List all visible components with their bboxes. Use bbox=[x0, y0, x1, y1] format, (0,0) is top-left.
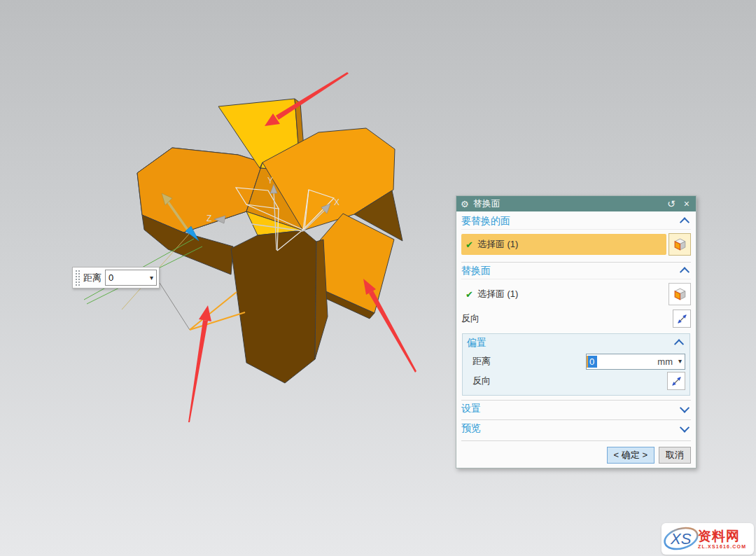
reverse-direction-button[interactable] bbox=[673, 310, 691, 328]
reset-icon[interactable]: ↺ bbox=[665, 199, 678, 209]
cancel-button[interactable]: 取消 bbox=[659, 447, 691, 464]
section-preview-header[interactable]: 预览 bbox=[461, 419, 691, 436]
gear-icon: ⚙ bbox=[461, 200, 469, 209]
model-face-left-arm-top[interactable] bbox=[137, 148, 262, 232]
z-axis-label: Z bbox=[206, 214, 211, 223]
ok-button[interactable]: < 确定 > bbox=[607, 447, 654, 464]
distance-input[interactable]: 0 mm ▾ bbox=[586, 354, 685, 370]
check-icon: ✔ bbox=[465, 289, 473, 300]
offset-header[interactable]: 偏置 bbox=[467, 334, 685, 352]
offset-reverse-row: 反向 bbox=[467, 371, 685, 391]
reverse-direction-button[interactable] bbox=[667, 372, 685, 390]
select-face-label: 选择面 (1) bbox=[477, 288, 519, 300]
select-face-row-active[interactable]: ✔ 选择面 (1) bbox=[461, 234, 666, 255]
reverse-label: 反向 bbox=[472, 375, 491, 387]
replace-face-dialog[interactable]: ⚙ 替换面 ↺ × 要替换的面 ✔ 选择面 (1) bbox=[456, 195, 696, 468]
face-filter-button[interactable] bbox=[668, 233, 691, 256]
unit-label: mm bbox=[657, 356, 673, 367]
face-filter-button[interactable] bbox=[668, 283, 691, 305]
chevron-up-icon bbox=[680, 217, 690, 227]
dialog-title: 替换面 bbox=[473, 197, 661, 210]
watermark-site-url: ZL.XS1616.COM bbox=[698, 544, 746, 549]
floating-distance-input[interactable]: 0 ▾ bbox=[105, 270, 157, 286]
watermark-logo-text: XS bbox=[670, 530, 692, 548]
dropdown-arrow-icon[interactable]: ▾ bbox=[150, 274, 153, 282]
offset-group: 偏置 距离 0 mm ▾ 反向 bbox=[462, 333, 690, 396]
cad-viewport[interactable]: Z X Y bbox=[0, 0, 756, 556]
drag-handle[interactable] bbox=[74, 269, 80, 286]
dropdown-arrow-icon[interactable]: ▾ bbox=[678, 358, 682, 365]
offset-title: 偏置 bbox=[467, 337, 486, 349]
chevron-up-icon bbox=[680, 267, 690, 277]
reverse-direction-icon bbox=[676, 313, 688, 325]
section-title: 要替换的面 bbox=[461, 215, 510, 228]
distance-row: 距离 0 mm ▾ bbox=[467, 352, 685, 371]
dialog-footer: < 确定 > 取消 bbox=[461, 440, 691, 464]
chevron-down-icon bbox=[680, 422, 690, 432]
distance-value-selected[interactable]: 0 bbox=[587, 356, 597, 368]
dialog-titlebar[interactable]: ⚙ 替换面 ↺ × bbox=[456, 196, 696, 211]
section-settings-header[interactable]: 设置 bbox=[461, 400, 691, 417]
model-cross-solid[interactable] bbox=[137, 99, 402, 383]
check-icon: ✔ bbox=[465, 239, 473, 250]
red-arrow-top bbox=[276, 72, 349, 120]
chevron-down-icon bbox=[680, 403, 690, 412]
floating-distance-box[interactable]: 距离 0 ▾ bbox=[72, 267, 160, 289]
close-icon[interactable]: × bbox=[682, 199, 692, 209]
reverse-direction-icon bbox=[671, 375, 682, 387]
section-title: 预览 bbox=[461, 422, 481, 435]
cube-face-icon bbox=[673, 237, 687, 252]
red-arrowhead-bottom bbox=[199, 305, 211, 321]
x-axis-label: X bbox=[334, 197, 340, 207]
red-arrow-bottom bbox=[188, 320, 208, 422]
reverse-direction-row: 反向 bbox=[461, 310, 691, 328]
section-title: 替换面 bbox=[461, 265, 491, 277]
model-face-bottom-arm-front[interactable] bbox=[231, 230, 316, 383]
section-faces-to-replace-header[interactable]: 要替换的面 bbox=[461, 214, 691, 230]
cube-face-icon bbox=[673, 287, 687, 302]
red-arrow-right bbox=[369, 291, 416, 373]
floating-distance-value[interactable]: 0 bbox=[108, 272, 150, 283]
watermark-site-name: 资料网 bbox=[698, 529, 746, 543]
replacement-face-row: ✔ 选择面 (1) bbox=[461, 283, 691, 305]
section-replacement-face-header[interactable]: 替换面 bbox=[461, 263, 691, 279]
reverse-label: 反向 bbox=[461, 312, 479, 325]
watermark-logo: XS 资料网 ZL.XS1616.COM bbox=[662, 523, 754, 555]
watermark-ellipse-icon: XS bbox=[662, 523, 701, 555]
y-axis-label: Y bbox=[267, 176, 273, 186]
section-title: 设置 bbox=[461, 403, 481, 415]
select-face-row[interactable]: ✔ 选择面 (1) bbox=[461, 284, 666, 305]
dialog-body: 要替换的面 ✔ 选择面 (1) 替换面 bbox=[456, 211, 696, 468]
chevron-up-icon bbox=[674, 339, 684, 349]
faces-to-replace-row: ✔ 选择面 (1) bbox=[461, 233, 691, 256]
select-face-label: 选择面 (1) bbox=[477, 238, 519, 251]
floating-distance-label: 距离 bbox=[81, 272, 105, 284]
distance-label: 距离 bbox=[472, 355, 491, 368]
